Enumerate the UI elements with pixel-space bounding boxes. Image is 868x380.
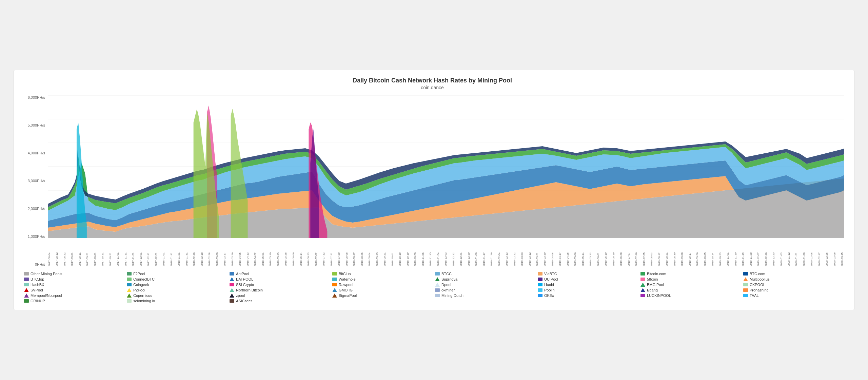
- legend-label: solomining.io: [133, 299, 155, 303]
- x-axis-label: 2018-06-14: [299, 239, 302, 266]
- x-axis-label: 2018-07-30: [337, 239, 340, 266]
- x-axis-label: 2018-05-01: [261, 239, 264, 266]
- legend-label: Suprnova: [441, 277, 457, 281]
- legend-label: Mempool/Nourpool: [31, 293, 62, 298]
- legend-label: ASICseer: [236, 299, 252, 303]
- x-axis-label: 2017-12-11: [147, 239, 150, 266]
- legend-color-box: [24, 278, 29, 281]
- legend-color-box: [332, 283, 337, 286]
- legend-color-box: [332, 288, 337, 292]
- legend-color-box: [743, 294, 748, 297]
- legend-color-box: [24, 299, 29, 303]
- x-axis-label: 2018-12-12: [452, 239, 455, 266]
- y-axis-label: 3,000PH/s: [28, 179, 45, 183]
- x-axis-label: 2019-01-26: [490, 239, 493, 266]
- legend-color-box: [127, 283, 132, 286]
- x-axis-label: 2019-04-08: [551, 239, 554, 266]
- x-axis-label: 2019-11-10: [734, 239, 737, 266]
- x-axis-label: 2020-03-15: [841, 239, 844, 266]
- legend-color-box: [640, 283, 645, 287]
- legend-item: Multipool.us: [743, 277, 841, 281]
- x-axis-label: 2018-10-19: [406, 239, 409, 266]
- legend-item: OKEx: [538, 293, 635, 298]
- y-axis-label: 6,000PH/s: [28, 95, 45, 99]
- x-axis-label: 2018-06-06: [292, 239, 295, 266]
- x-axis-label: 2017-10-21: [109, 239, 112, 266]
- legend-color-box: [230, 288, 234, 292]
- x-axis-label: 2018-11-15: [429, 239, 432, 266]
- x-axis-label: 2019-03-30: [543, 239, 546, 266]
- legend-label: P2Pool: [133, 288, 145, 292]
- x-axis-label: 2017-09-21: [86, 239, 89, 266]
- legend-item: ViaBTC: [538, 272, 635, 276]
- x-axis-label: 2019-06-01: [597, 239, 600, 266]
- legend-item: Other Mining Pools: [24, 272, 121, 276]
- chart-area: 6,000PH/s5,000PH/s4,000PH/s3,000PH/s2,00…: [21, 95, 844, 266]
- x-axis-label: 2019-09-17: [688, 239, 691, 266]
- legend-item: BMG Pool: [640, 283, 738, 287]
- x-axis-label: 2017-09-11: [78, 239, 81, 266]
- x-axis-label: 2018-12-30: [467, 239, 470, 266]
- x-axis-label: 2019-04-17: [558, 239, 561, 266]
- x-axis-label: 2020-02-08: [810, 239, 813, 266]
- legend: Other Mining PoolsF2PoolAntPoolBitClubBT…: [21, 272, 844, 303]
- x-axis-label: 2020-03-06: [833, 239, 836, 266]
- x-axis-label: 2020-02-17: [818, 239, 821, 266]
- x-axis-label: 2017-08-22: [63, 239, 66, 266]
- legend-color-box: [332, 272, 337, 276]
- x-axis-label: 2018-03-17: [223, 239, 226, 266]
- legend-color-box: [332, 293, 337, 298]
- legend-color-box: [127, 272, 132, 276]
- x-axis-label: 2020-02-26: [825, 239, 828, 266]
- x-axis-label: 2018-05-10: [269, 239, 272, 266]
- x-axis-label: 2017-11-11: [124, 239, 127, 266]
- legend-color-box: [538, 272, 542, 276]
- legend-label: BTC.top: [31, 277, 44, 281]
- x-axis-label: 2019-06-28: [619, 239, 623, 266]
- legend-color-box: [743, 277, 748, 281]
- legend-item: zpool: [230, 293, 327, 298]
- legend-label: AntPool: [236, 272, 249, 276]
- x-axis-label: 2018-10-01: [391, 239, 394, 266]
- legend-color-box: [538, 278, 542, 281]
- legend-color-box: [435, 277, 440, 281]
- x-axis-label: 2019-12-16: [765, 239, 768, 266]
- x-axis-label: 2019-05-23: [589, 239, 592, 266]
- legend-item: Prohashing: [743, 288, 841, 292]
- x-axis-label: 2018-10-28: [414, 239, 417, 266]
- legend-item: Ebang: [640, 288, 738, 292]
- legend-item: BitClub: [332, 272, 430, 276]
- x-axis-label: 2019-12-25: [772, 239, 775, 266]
- legend-color-box: [230, 272, 234, 276]
- x-axis-label: 2020-01-12: [787, 239, 790, 266]
- legend-label: BATPOOL: [236, 277, 253, 281]
- legend-color-box: [538, 294, 542, 297]
- x-axis-label: 2019-12-07: [757, 239, 760, 266]
- legend-color-box: [743, 283, 748, 286]
- legend-color-box: [538, 288, 542, 292]
- legend-label: LUCKINPOOL: [647, 293, 671, 298]
- legend-color-box: [230, 293, 234, 298]
- x-axis-label: 2017-09-01: [71, 239, 74, 266]
- legend-color-box: [640, 288, 645, 292]
- x-axis-label: 2018-09-13: [376, 239, 379, 266]
- legend-item: Coingeek: [127, 283, 224, 287]
- chart-title: Daily Bitcoin Cash Network Hash Rates by…: [21, 77, 844, 84]
- legend-color-box: [230, 299, 234, 303]
- main-chart: [48, 95, 844, 238]
- legend-item: Suprnova: [435, 277, 532, 281]
- legend-item: Bitcoin.com: [640, 272, 738, 276]
- legend-label: Poolin: [544, 288, 555, 292]
- x-axis-label: 2019-09-08: [680, 239, 684, 266]
- x-axis-label: 2019-06-19: [612, 239, 615, 266]
- x-axis-label: 2019-03-21: [536, 239, 539, 266]
- x-axis-label: 2019-02-22: [513, 239, 516, 266]
- legend-item: 58coin: [640, 277, 738, 281]
- x-axis-label: 2019-04-26: [566, 239, 569, 266]
- x-axis-label: 2017-10-01: [94, 239, 97, 266]
- x-axis-label: 2018-02-28: [208, 239, 211, 266]
- legend-item: UU Pool: [538, 277, 635, 281]
- x-axis-label: 2019-11-01: [726, 239, 729, 266]
- y-axis-label: 2,000PH/s: [28, 207, 45, 211]
- legend-item: P2Pool: [127, 288, 224, 292]
